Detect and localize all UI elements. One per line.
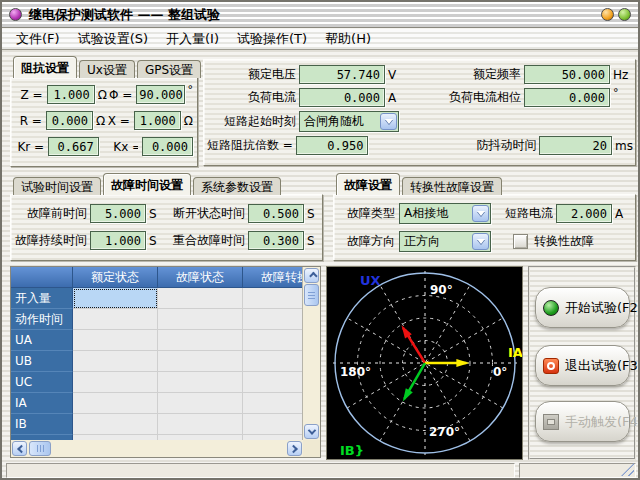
open-state-time-unit: S: [304, 207, 315, 221]
tab-ux-settings[interactable]: Ux设置: [79, 60, 135, 78]
tab-gps-settings[interactable]: GPS设置: [137, 60, 201, 78]
table-cell[interactable]: [243, 393, 303, 414]
minimize-button[interactable]: [601, 8, 614, 21]
fault-direction-value: 正方向: [400, 233, 472, 250]
table-cell[interactable]: [158, 414, 243, 435]
dropdown-arrow-icon[interactable]: [472, 205, 489, 222]
tab-impedance-settings[interactable]: 阻抗设置: [13, 56, 77, 78]
table-cell[interactable]: [243, 372, 303, 393]
status-bar-right: [519, 463, 636, 478]
fault-direction-label: 故障方向: [340, 233, 395, 250]
start-test-label: 开始试验(F2): [565, 299, 640, 317]
x-input[interactable]: 1.000: [134, 111, 181, 130]
table-cell[interactable]: [158, 288, 243, 309]
row-header[interactable]: 动作时间: [11, 309, 73, 330]
menu-file[interactable]: 文件(F): [7, 29, 69, 49]
tab-fault-time-settings[interactable]: 故障时间设置: [103, 173, 191, 195]
column-header[interactable]: 额定状态: [73, 267, 158, 288]
fault-type-value: A相接地: [400, 205, 472, 222]
column-header[interactable]: 故障状态: [158, 267, 243, 288]
horizontal-scroll-thumb[interactable]: [29, 441, 51, 456]
table-row: 动作时间: [11, 309, 303, 330]
row-header[interactable]: UB: [11, 351, 73, 372]
fault-type-dropdown[interactable]: A相接地: [399, 203, 491, 224]
row-header[interactable]: UA: [11, 330, 73, 351]
title-bar[interactable]: 继电保护测试软件 —— 整组试验: [2, 2, 638, 28]
table-cell[interactable]: [158, 330, 243, 351]
short-circuit-start-label: 短路起始时刻: [206, 113, 296, 130]
rated-voltage-label: 额定电压: [206, 66, 296, 83]
vertical-scroll-thumb[interactable]: [304, 284, 319, 306]
table-cell[interactable]: [243, 288, 303, 309]
selected-cell[interactable]: [73, 288, 158, 309]
row-header[interactable]: IA: [11, 393, 73, 414]
table-cell[interactable]: [243, 351, 303, 372]
fault-direction-dropdown[interactable]: 正方向: [399, 231, 491, 252]
table-cell[interactable]: [243, 330, 303, 351]
row-header[interactable]: UC: [11, 372, 73, 393]
scroll-down-button[interactable]: [304, 424, 319, 439]
menu-test-settings[interactable]: 试验设置(S): [69, 29, 157, 49]
short-circuit-current-input[interactable]: 2.000: [556, 204, 612, 223]
reclose-fault-time-input[interactable]: 0.300: [248, 231, 304, 250]
menu-test-operation[interactable]: 试验操作(T): [228, 29, 316, 49]
kx-input[interactable]: 0.000: [142, 137, 193, 156]
table-cell[interactable]: [243, 309, 303, 330]
start-test-button[interactable]: 开始试验(F2): [535, 287, 630, 328]
debounce-time-input[interactable]: 20: [539, 136, 612, 155]
tab-convertible-fault-settings[interactable]: 转换性故障设置: [402, 177, 502, 195]
tab-fault-settings[interactable]: 故障设置: [336, 173, 400, 195]
row-header[interactable]: IB: [11, 414, 73, 435]
fault-duration-input[interactable]: 1.000: [90, 231, 146, 250]
table-cell[interactable]: [73, 330, 158, 351]
dropdown-arrow-icon[interactable]: [472, 233, 489, 250]
z-input[interactable]: 1.000: [47, 85, 95, 104]
exit-test-button[interactable]: 退出试验(F3): [535, 345, 630, 386]
table-cell[interactable]: [73, 309, 158, 330]
menu-binary-input[interactable]: 开入量(I): [157, 29, 228, 49]
column-header[interactable]: 故障转换: [243, 267, 303, 288]
load-current-phase-label: 负荷电流相位: [403, 89, 521, 106]
table-row: UC: [11, 372, 303, 393]
table-cell[interactable]: [158, 309, 243, 330]
table-cell[interactable]: [158, 393, 243, 414]
label-270deg: 270°: [429, 425, 460, 439]
open-state-time-label: 断开状态时间: [160, 205, 245, 222]
short-circuit-start-dropdown[interactable]: 合闸角随机: [299, 111, 399, 132]
rated-voltage-input[interactable]: 57.740: [299, 65, 385, 84]
dropdown-arrow-icon[interactable]: [380, 113, 397, 130]
load-current-phase-input[interactable]: 0.000: [524, 88, 610, 107]
impedance-settings-panel: 阻抗设置 Ux设置 GPS设置 Z = 1.000 Ω Φ = 90.000 °…: [10, 56, 198, 167]
manual-trigger-button[interactable]: 手动触发(F4): [535, 401, 630, 442]
scroll-up-button[interactable]: [304, 268, 319, 283]
r-input[interactable]: 0.000: [46, 111, 93, 130]
tab-test-time-settings[interactable]: 试验时间设置: [13, 177, 101, 195]
impedance-multiplier-input[interactable]: 0.950: [296, 136, 369, 155]
rated-frequency-input[interactable]: 50.000: [524, 65, 610, 84]
table-cell[interactable]: [158, 372, 243, 393]
table-cell[interactable]: [73, 393, 158, 414]
resize-grip-icon[interactable]: [621, 463, 634, 476]
table-row: IA: [11, 393, 303, 414]
row-header[interactable]: 开入量: [11, 288, 73, 309]
horizontal-scrollbar[interactable]: [11, 440, 303, 457]
table-cell[interactable]: [73, 414, 158, 435]
load-current-input[interactable]: 0.000: [299, 88, 385, 107]
scrollbar-corner: [303, 440, 320, 457]
table-cell[interactable]: [243, 414, 303, 435]
phi-input[interactable]: 90.000: [136, 85, 184, 104]
close-button[interactable]: [618, 8, 631, 21]
pre-fault-time-input[interactable]: 5.000: [90, 204, 146, 223]
tab-system-parameter-settings[interactable]: 系统参数设置: [193, 177, 281, 195]
table-cell[interactable]: [158, 351, 243, 372]
scroll-right-button[interactable]: [287, 441, 302, 456]
open-state-time-input[interactable]: 0.500: [248, 204, 304, 223]
kr-input[interactable]: 0.667: [48, 137, 99, 156]
r-unit: Ω: [93, 114, 107, 128]
table-cell[interactable]: [73, 351, 158, 372]
convertible-fault-checkbox[interactable]: [513, 234, 528, 249]
vertical-scrollbar[interactable]: [303, 267, 320, 440]
scroll-left-button[interactable]: [12, 441, 27, 456]
menu-help[interactable]: 帮助(H): [316, 29, 380, 49]
table-cell[interactable]: [73, 372, 158, 393]
